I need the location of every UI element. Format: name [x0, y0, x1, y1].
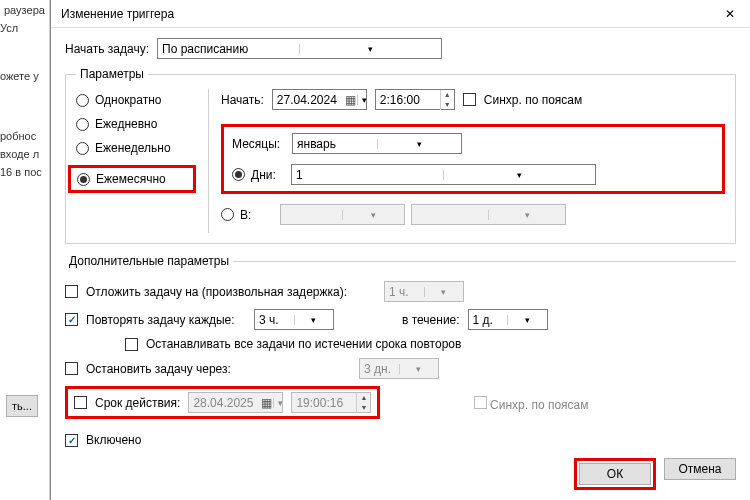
dialog-title: Изменение триггера	[61, 7, 710, 21]
on-select-1: ▾	[280, 204, 405, 225]
repeat-for-label: в течение:	[402, 313, 460, 327]
delay-select: 1 ч. ▾	[384, 281, 464, 302]
trigger-dialog: Изменение триггера ✕ Начать задачу: По р…	[50, 0, 750, 500]
radio-days[interactable]	[232, 168, 245, 181]
sync-tz-checkbox[interactable]	[463, 93, 476, 106]
close-icon: ✕	[725, 7, 735, 21]
delay-label: Отложить задачу на (произвольная задержк…	[86, 285, 376, 299]
radio-monthly[interactable]: Ежемесячно	[77, 172, 187, 186]
stop-after-label: Остановить задачу через:	[86, 362, 351, 376]
stop-after-checkbox[interactable]	[65, 362, 78, 375]
start-time-picker[interactable]: 2:16:00 ▲▼	[375, 89, 455, 110]
chevron-down-icon: ▾	[399, 364, 439, 374]
chevron-down-icon: ▾	[342, 210, 404, 220]
repeat-checkbox[interactable]	[65, 313, 78, 326]
expire-sync-checkbox	[474, 396, 487, 409]
enabled-checkbox[interactable]	[65, 434, 78, 447]
bg-text: входе л	[0, 148, 39, 160]
radio-once[interactable]: Однократно	[76, 93, 196, 107]
stop-all-label: Останавливать все задачи по истечении ср…	[146, 337, 461, 351]
radio-icon	[76, 142, 89, 155]
additional-legend: Дополнительные параметры	[65, 254, 233, 268]
chevron-down-icon: ▾	[273, 398, 287, 408]
expire-sync-label: Синхр. по поясам	[490, 398, 588, 412]
radio-icon-selected	[77, 173, 90, 186]
repeat-label: Повторять задачу каждые:	[86, 313, 246, 327]
chevron-down-icon: ▾	[377, 139, 462, 149]
bg-text: ожете у	[0, 70, 39, 82]
chevron-down-icon: ▾	[507, 315, 547, 325]
spinner-icon: ▲▼	[440, 90, 454, 110]
ok-button[interactable]: ОК	[579, 463, 651, 485]
days-select[interactable]: 1 ▾	[291, 164, 596, 185]
begin-task-value: По расписанию	[158, 42, 299, 56]
start-date-picker[interactable]: 27.04.2024 ▦ ▾	[272, 89, 367, 110]
radio-on[interactable]	[221, 208, 234, 221]
enabled-label: Включено	[86, 433, 141, 447]
bg-text: робнос	[0, 130, 36, 142]
bg-text: 16 в пос	[0, 166, 42, 178]
expire-time-picker: 19:00:16 ▲▼	[291, 392, 371, 413]
months-select[interactable]: январь ▾	[292, 133, 462, 154]
chevron-down-icon: ▾	[424, 287, 464, 297]
chevron-down-icon: ▾	[299, 44, 441, 54]
close-button[interactable]: ✕	[710, 0, 750, 28]
spinner-icon: ▲▼	[356, 393, 370, 413]
radio-daily[interactable]: Ежедневно	[76, 117, 196, 131]
expire-checkbox[interactable]	[74, 396, 87, 409]
params-legend: Параметры	[76, 67, 148, 81]
expire-label: Срок действия:	[95, 396, 180, 410]
bg-tab-conditions: Усл	[0, 22, 18, 34]
bg-title: раузера	[0, 2, 49, 18]
stop-after-select: 3 дн. ▾	[359, 358, 439, 379]
start-label: Начать:	[221, 93, 264, 107]
chevron-down-icon: ▾	[443, 170, 595, 180]
radio-icon	[76, 94, 89, 107]
repeat-for-select[interactable]: 1 д. ▾	[468, 309, 548, 330]
begin-task-label: Начать задачу:	[65, 42, 149, 56]
delay-checkbox[interactable]	[65, 285, 78, 298]
on-label: В:	[240, 208, 280, 222]
radio-icon	[76, 118, 89, 131]
repeat-every-select[interactable]: 3 ч. ▾	[254, 309, 334, 330]
days-label: Дни:	[251, 168, 291, 182]
cancel-button[interactable]: Отмена	[664, 458, 736, 480]
calendar-icon: ▦	[257, 396, 273, 410]
on-select-2: ▾	[411, 204, 566, 225]
chevron-down-icon: ▾	[357, 95, 371, 105]
chevron-down-icon: ▾	[488, 210, 565, 220]
chevron-down-icon: ▾	[294, 315, 334, 325]
expire-date-picker: 28.04.2025 ▦ ▾	[188, 392, 283, 413]
bg-edit-button[interactable]: ть...	[6, 395, 38, 417]
params-fieldset: Параметры Однократно Ежедневно Еженедель…	[65, 67, 736, 244]
titlebar: Изменение триггера ✕	[51, 0, 750, 28]
months-label: Месяцы:	[232, 137, 292, 151]
begin-task-select[interactable]: По расписанию ▾	[157, 38, 442, 59]
sync-tz-label: Синхр. по поясам	[484, 93, 582, 107]
radio-weekly[interactable]: Еженедельно	[76, 141, 196, 155]
additional-fieldset: Дополнительные параметры Отложить задачу…	[65, 254, 736, 454]
stop-all-checkbox[interactable]	[125, 338, 138, 351]
calendar-icon: ▦	[341, 93, 357, 107]
